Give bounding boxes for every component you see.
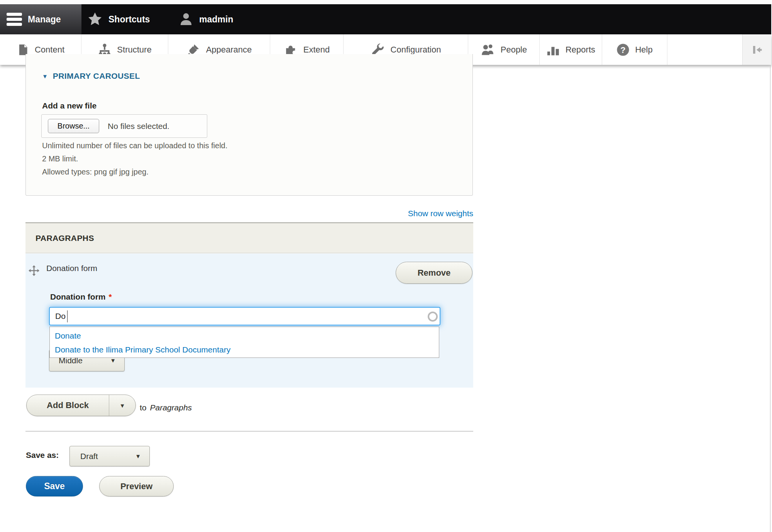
add-block-target-text: toParagraphs	[140, 403, 192, 412]
caret-down-icon: ▼	[110, 357, 116, 364]
primary-carousel-legend[interactable]: ▼ PRIMARY CAROUSEL	[42, 71, 140, 81]
add-block-button[interactable]: Add Block	[27, 395, 109, 416]
hamburger-icon	[7, 13, 22, 26]
save-as-label: Save as:	[26, 451, 59, 460]
field-label-text: Donation form	[50, 292, 105, 301]
collapse-left-icon	[750, 44, 764, 56]
add-block-caret-button[interactable]: ▼	[109, 395, 135, 416]
form-divider	[25, 431, 473, 432]
legend-text: PRIMARY CAROUSEL	[53, 71, 140, 81]
donation-form-field-label: Donation form*	[50, 292, 112, 302]
file-upload-label: Add a new file	[42, 101, 96, 110]
bar-chart-icon	[546, 43, 560, 57]
drupal-admin-screen: Manage Shortcuts madmin Content	[0, 0, 772, 532]
nav-label: Content	[35, 45, 64, 55]
autocomplete-option[interactable]: Donate	[50, 329, 439, 343]
autocomplete-option[interactable]: Donate to the Ilima Primary School Docum…	[50, 343, 439, 357]
paragraphs-header-text: PARAGRAPHS	[36, 234, 94, 243]
text-cursor	[67, 310, 68, 322]
paragraph-row: Donation form Remove Donation form* Dona…	[25, 254, 473, 388]
target-text: Paragraphs	[150, 403, 192, 412]
nav-label: Configuration	[391, 45, 441, 55]
manage-label: Manage	[28, 14, 61, 25]
required-asterisk: *	[108, 292, 112, 301]
save-as-value: Draft	[80, 452, 98, 461]
caret-down-icon: ▼	[135, 453, 141, 459]
paragraph-row-title: Donation form	[46, 264, 97, 273]
donation-form-autocomplete-input[interactable]	[49, 307, 440, 325]
autocomplete-throbber-icon	[428, 312, 438, 322]
toolbar-collapse-toggle[interactable]	[742, 34, 771, 65]
svg-text:?: ?	[621, 45, 626, 54]
autocomplete-dropdown: Donate Donate to the Ilima Primary Schoo…	[49, 327, 439, 358]
file-upload-control: Browse... No files selected.	[41, 114, 207, 138]
browse-button[interactable]: Browse...	[48, 119, 99, 133]
nav-label: Appearance	[206, 45, 252, 55]
paragraphs-header: PARAGRAPHS	[25, 222, 473, 253]
nav-label: People	[501, 45, 527, 55]
viewport-right-edge	[770, 65, 770, 532]
shortcuts-label: Shortcuts	[108, 14, 150, 25]
drag-handle[interactable]	[26, 264, 42, 277]
primary-carousel-fieldset: ▼ PRIMARY CAROUSEL Add a new file Browse…	[25, 54, 473, 196]
no-files-text: No files selected.	[108, 122, 169, 131]
help-icon: ?	[616, 43, 630, 56]
admin-toolbar: Manage Shortcuts madmin	[0, 4, 771, 34]
username-label: madmin	[199, 14, 233, 25]
user-account-item[interactable]: madmin	[178, 4, 233, 34]
caret-down-icon: ▼	[120, 402, 125, 409]
to-text: to	[140, 403, 147, 412]
save-as-select[interactable]: Draft ▼	[69, 446, 150, 466]
upload-help-line: 2 MB limit.	[42, 154, 78, 163]
nav-label: Extend	[303, 45, 330, 55]
show-row-weights-link[interactable]: Show row weights	[25, 209, 473, 218]
upload-help-line: Allowed types: png gif jpg jpeg.	[42, 168, 149, 176]
save-button[interactable]: Save	[26, 476, 83, 496]
user-icon	[178, 11, 194, 28]
nav-label: Structure	[117, 45, 151, 55]
nav-item-people[interactable]: People	[468, 34, 540, 65]
collapse-triangle-icon: ▼	[42, 73, 48, 80]
move-icon	[28, 264, 40, 277]
nav-item-reports[interactable]: Reports	[540, 34, 602, 65]
nav-label: Help	[635, 45, 652, 55]
add-block-split-button: Add Block ▼	[26, 395, 136, 416]
star-icon	[87, 11, 103, 27]
nav-item-help[interactable]: ? Help	[602, 34, 667, 65]
nav-label: Reports	[565, 45, 595, 55]
window-top-strip	[0, 0, 772, 4]
upload-help-line: Unlimited number of files can be uploade…	[42, 141, 227, 150]
people-icon	[481, 43, 495, 57]
manage-tab[interactable]: Manage	[0, 4, 81, 34]
remove-button[interactable]: Remove	[396, 262, 472, 284]
preview-button[interactable]: Preview	[99, 476, 174, 496]
shortcuts-item[interactable]: Shortcuts	[87, 4, 150, 34]
